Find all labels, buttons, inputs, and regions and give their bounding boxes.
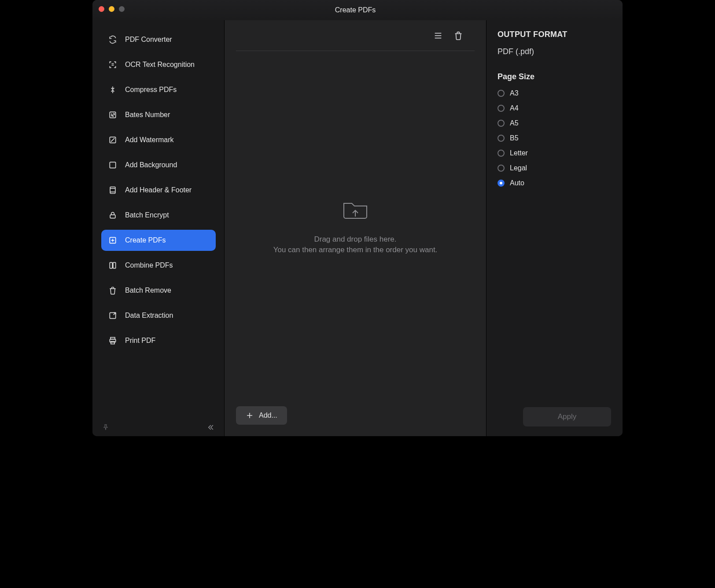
svg-rect-2 xyxy=(110,162,115,168)
main-pane: Drag and drop files here. You can then a… xyxy=(225,20,486,436)
sidebar-item-print-pdf[interactable]: Print PDF xyxy=(101,330,216,351)
toolbar xyxy=(236,20,475,51)
drop-text-line1: Drag and drop files here. xyxy=(314,235,396,244)
list-view-icon[interactable] xyxy=(433,31,443,40)
page-size-a5[interactable]: A5 xyxy=(498,119,611,127)
output-format-heading: OUTPUT FORMAT xyxy=(498,30,611,39)
page-size-label: A3 xyxy=(510,89,519,97)
svg-rect-6 xyxy=(110,215,115,218)
sidebar-item-label: Add Watermark xyxy=(125,136,174,144)
sidebar-item-ocr-text-recognition[interactable]: OCR Text Recognition xyxy=(101,54,216,75)
sidebar-footer xyxy=(101,419,216,436)
sidebar-item-compress-pdfs[interactable]: Compress PDFs xyxy=(101,79,216,100)
sidebar-item-label: Combine PDFs xyxy=(125,261,173,269)
radio-icon xyxy=(498,180,505,187)
sidebar-item-pdf-converter[interactable]: PDF Converter xyxy=(101,29,216,50)
convert-icon xyxy=(108,35,117,44)
inspector-pane: OUTPUT FORMAT PDF (.pdf) Page Size A3A4A… xyxy=(486,20,623,436)
plus-icon xyxy=(246,412,254,419)
radio-icon xyxy=(498,135,505,142)
page-size-label: B5 xyxy=(510,134,519,142)
add-files-button[interactable]: Add... xyxy=(236,406,287,425)
sidebar-item-label: Add Background xyxy=(125,161,177,169)
traffic-lights xyxy=(99,6,125,12)
compress-icon xyxy=(108,85,117,94)
radio-icon xyxy=(498,105,505,112)
page-size-label: A4 xyxy=(510,104,519,112)
sidebar-item-label: Data Extraction xyxy=(125,312,173,320)
page-size-a3[interactable]: A3 xyxy=(498,89,611,97)
page-size-label: Auto xyxy=(510,179,524,187)
add-files-label: Add... xyxy=(259,412,277,419)
extract-icon xyxy=(108,311,117,320)
lock-icon xyxy=(108,211,117,220)
output-format-value: PDF (.pdf) xyxy=(498,47,611,56)
sidebar-nav: PDF ConverterOCR Text RecognitionCompres… xyxy=(101,29,216,351)
sidebar-item-label: OCR Text Recognition xyxy=(125,61,195,69)
folder-upload-icon xyxy=(341,197,369,221)
clear-list-icon[interactable] xyxy=(453,31,463,40)
titlebar: Create PDFs xyxy=(92,0,623,20)
drop-zone[interactable]: Drag and drop files here. You can then a… xyxy=(225,51,486,436)
sidebar-item-data-extraction[interactable]: Data Extraction xyxy=(101,305,216,326)
combine-icon xyxy=(108,261,117,270)
radio-icon xyxy=(498,90,505,97)
page-size-b5[interactable]: B5 xyxy=(498,134,611,142)
apply-button[interactable]: Apply xyxy=(523,407,611,426)
sidebar-item-label: Batch Remove xyxy=(125,287,171,294)
collapse-sidebar-icon[interactable] xyxy=(206,423,215,432)
sidebar-item-batch-encrypt[interactable]: Batch Encrypt xyxy=(101,205,216,226)
radio-icon xyxy=(498,120,505,127)
background-icon xyxy=(108,161,117,169)
watermark-icon xyxy=(108,136,117,144)
svg-rect-11 xyxy=(113,262,116,268)
ocr-icon xyxy=(108,60,117,69)
sidebar-item-label: Batch Encrypt xyxy=(125,211,169,219)
bates-icon xyxy=(108,110,117,119)
drop-text-line2: You can then arrange them in the order y… xyxy=(273,246,438,254)
sidebar-item-label: Create PDFs xyxy=(125,236,166,244)
sidebar-item-add-header-footer[interactable]: Add Header & Footer xyxy=(101,180,216,201)
sidebar-item-add-watermark[interactable]: Add Watermark xyxy=(101,129,216,151)
sidebar: PDF ConverterOCR Text RecognitionCompres… xyxy=(92,20,225,436)
page-size-legal[interactable]: Legal xyxy=(498,164,611,172)
window-title: Create PDFs xyxy=(225,6,486,14)
close-window-icon[interactable] xyxy=(99,6,104,12)
svg-rect-3 xyxy=(110,187,115,194)
page-size-label: Legal xyxy=(510,164,527,172)
zoom-window-icon[interactable] xyxy=(119,6,125,12)
sidebar-item-create-pdfs[interactable]: Create PDFs xyxy=(101,230,216,251)
sidebar-item-label: Print PDF xyxy=(125,337,155,345)
radio-icon xyxy=(498,165,505,172)
sidebar-item-label: PDF Converter xyxy=(125,36,172,44)
sidebar-item-label: Bates Number xyxy=(125,111,170,119)
page-size-label: Letter xyxy=(510,149,528,157)
page-size-heading: Page Size xyxy=(498,72,611,81)
sidebar-item-bates-number[interactable]: Bates Number xyxy=(101,104,216,125)
page-size-auto[interactable]: Auto xyxy=(498,179,611,187)
sidebar-item-label: Add Header & Footer xyxy=(125,186,192,194)
trash-icon xyxy=(108,286,117,295)
radio-icon xyxy=(498,150,505,157)
sidebar-item-combine-pdfs[interactable]: Combine PDFs xyxy=(101,255,216,276)
headerfooter-icon xyxy=(108,186,117,195)
page-size-letter[interactable]: Letter xyxy=(498,149,611,157)
app-window: Create PDFs PDF ConverterOCR Text Recogn… xyxy=(92,0,623,436)
page-size-group: A3A4A5B5LetterLegalAuto xyxy=(498,89,611,187)
page-size-a4[interactable]: A4 xyxy=(498,104,611,112)
create-icon xyxy=(108,236,117,245)
svg-rect-10 xyxy=(110,262,112,268)
sidebar-item-batch-remove[interactable]: Batch Remove xyxy=(101,280,216,301)
minimize-window-icon[interactable] xyxy=(109,6,114,12)
sidebar-item-add-background[interactable]: Add Background xyxy=(101,154,216,176)
page-size-label: A5 xyxy=(510,119,519,127)
pin-icon[interactable] xyxy=(102,424,109,431)
sidebar-item-label: Compress PDFs xyxy=(125,86,177,94)
print-icon xyxy=(108,336,117,345)
